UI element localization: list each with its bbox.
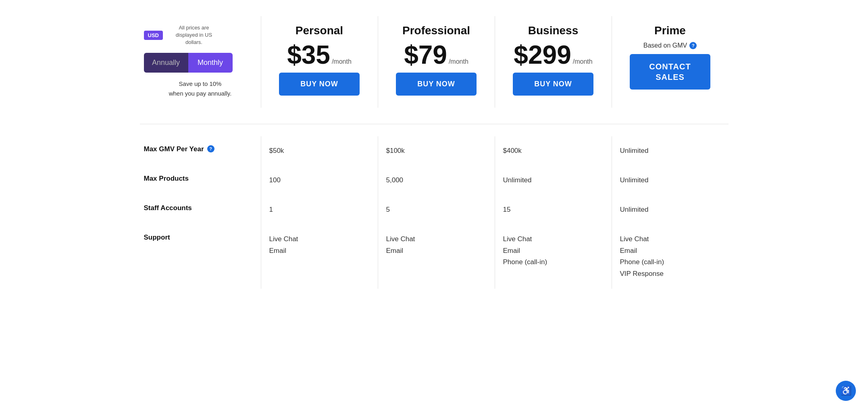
feature-staff-professional: 5	[378, 195, 495, 225]
feature-support-personal: Live ChatEmail	[261, 225, 378, 289]
plan-business-price-row: $299 /month	[514, 42, 592, 68]
feature-products-personal: 100	[261, 166, 378, 195]
plan-professional-period: /month	[449, 58, 468, 65]
plan-prime-gmv-label: Based on GMV ?	[643, 42, 697, 49]
currency-toggle-section: USD All prices are displayed in US dolla…	[140, 16, 261, 108]
currency-badge[interactable]: USD	[144, 31, 163, 40]
plan-professional-price-row: $79 /month	[404, 42, 468, 68]
annually-toggle-button[interactable]: Annually	[144, 53, 188, 73]
feature-gmv-professional: $100k	[378, 136, 495, 166]
feature-support-professional: Live ChatEmail	[378, 225, 495, 289]
plan-personal-price: $35	[287, 42, 330, 68]
feature-gmv-business: $400k	[495, 136, 612, 166]
plan-prime: Prime Based on GMV ? CONTACT SALES	[612, 16, 729, 108]
monthly-toggle-button[interactable]: Monthly	[188, 53, 233, 73]
feature-staff-business: 15	[495, 195, 612, 225]
billing-toggle: Annually Monthly	[144, 53, 233, 73]
plan-business: Business $299 /month BUY NOW	[495, 16, 612, 108]
feature-support-label: Support	[140, 225, 261, 289]
plan-professional-price: $79	[404, 42, 447, 68]
plan-professional-name: Professional	[402, 24, 470, 37]
save-text: Save up to 10%when you pay annually.	[144, 79, 257, 98]
feature-products-professional: 5,000	[378, 166, 495, 195]
plan-prime-contact-button[interactable]: CONTACT SALES	[630, 54, 710, 90]
plan-personal-price-row: $35 /month	[287, 42, 352, 68]
plan-personal-buy-button[interactable]: BUY NOW	[279, 73, 360, 96]
plan-business-buy-button[interactable]: BUY NOW	[513, 73, 593, 96]
feature-support-prime: Live ChatEmailPhone (call-in)VIP Respons…	[612, 225, 729, 289]
feature-products-label: Max Products	[140, 166, 261, 195]
plan-business-period: /month	[573, 58, 593, 65]
feature-gmv-personal: $50k	[261, 136, 378, 166]
feature-support-business: Live ChatEmailPhone (call-in)	[495, 225, 612, 289]
plan-personal-name: Personal	[296, 24, 343, 37]
feature-gmv-label: Max GMV Per Year ?	[140, 136, 261, 166]
currency-row: USD All prices are displayed in US dolla…	[144, 24, 257, 46]
plan-prime-name: Prime	[654, 24, 686, 37]
plan-personal: Personal $35 /month BUY NOW	[261, 16, 378, 108]
feature-staff-personal: 1	[261, 195, 378, 225]
currency-note: All prices are displayed in US dollars.	[168, 24, 220, 46]
feature-products-business: Unlimited	[495, 166, 612, 195]
pricing-page: USD All prices are displayed in US dolla…	[132, 0, 737, 305]
feature-staff-prime: Unlimited	[612, 195, 729, 225]
pricing-header-grid: USD All prices are displayed in US dolla…	[140, 16, 729, 124]
plan-personal-period: /month	[332, 58, 352, 65]
feature-staff-label: Staff Accounts	[140, 195, 261, 225]
gmv-tooltip-icon[interactable]: ?	[689, 42, 697, 49]
plan-professional-buy-button[interactable]: BUY NOW	[396, 73, 477, 96]
feature-products-prime: Unlimited	[612, 166, 729, 195]
features-grid: Max GMV Per Year ? $50k $100k $400k Unli…	[140, 124, 729, 289]
plan-business-price: $299	[514, 42, 571, 68]
plan-professional: Professional $79 /month BUY NOW	[378, 16, 495, 108]
plan-business-name: Business	[528, 24, 579, 37]
gmv-feature-tooltip-icon[interactable]: ?	[207, 145, 214, 152]
feature-gmv-prime: Unlimited	[612, 136, 729, 166]
